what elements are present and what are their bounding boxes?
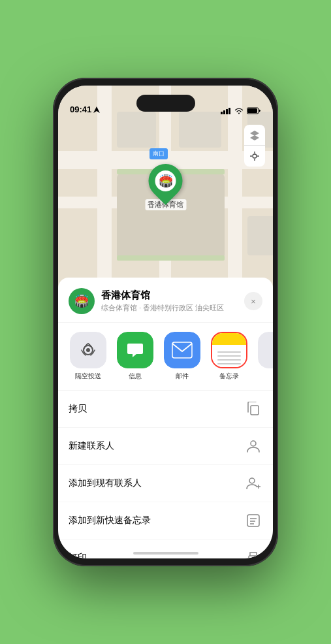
share-app-mail[interactable]: 邮件: [159, 332, 206, 381]
more-icon-wrap: [258, 332, 273, 368]
bottom-sheet: 🏟️ 香港体育馆 综合体育馆 · 香港特别行政区 油尖旺区 ×: [58, 278, 273, 558]
action-add-contact-label: 添加到现有联系人: [69, 477, 142, 489]
svg-point-13: [86, 348, 90, 352]
svg-rect-6: [223, 110, 225, 114]
svg-point-16: [251, 441, 256, 446]
notes-label: 备忘录: [219, 372, 239, 381]
svg-rect-11: [247, 108, 257, 113]
svg-point-0: [253, 154, 257, 158]
close-button[interactable]: ×: [244, 292, 262, 310]
location-info: 香港体育馆 综合体育馆 · 香港特别行政区 油尖旺区: [101, 289, 244, 313]
status-time: 09:41: [70, 105, 100, 114]
svg-rect-5: [221, 112, 223, 114]
action-copy[interactable]: 拷贝: [58, 391, 273, 428]
map-layer-button[interactable]: [244, 125, 265, 146]
action-list: 拷贝 新建联系人: [58, 391, 273, 558]
action-copy-label: 拷贝: [69, 403, 87, 415]
svg-point-17: [249, 478, 255, 483]
phone-screen: 南口 🏟️ 香港体育馆: [58, 86, 273, 558]
phone-frame: 南口 🏟️ 香港体育馆: [53, 78, 278, 566]
svg-rect-20: [247, 515, 259, 526]
notes-icon: [212, 332, 246, 368]
svg-rect-7: [226, 109, 228, 114]
airdrop-svg: [78, 340, 98, 360]
notes-lines: [217, 351, 241, 364]
battery-icon: [247, 107, 261, 114]
airdrop-label: 隔空投送: [75, 372, 101, 381]
dynamic-island: [136, 95, 195, 112]
stadium-icon: 🏟️: [159, 174, 173, 188]
mail-label: 邮件: [176, 372, 189, 381]
action-new-contact[interactable]: 新建联系人: [58, 428, 273, 465]
svg-rect-15: [251, 406, 259, 415]
action-quick-note-label: 添加到新快速备忘录: [69, 515, 151, 526]
person-add-icon: [244, 474, 262, 492]
share-app-notes[interactable]: 备忘录: [206, 332, 253, 381]
location-subtitle: 综合体育馆 · 香港特别行政区 油尖旺区: [101, 303, 244, 313]
messages-icon: [117, 332, 153, 368]
time-display: 09:41: [70, 105, 91, 114]
status-icons: [221, 107, 261, 114]
action-new-contact-label: 新建联系人: [69, 440, 114, 452]
location-venue-icon: 🏟️: [69, 288, 95, 314]
notes-icon-wrap: [211, 332, 247, 368]
messages-icon-wrap: [117, 332, 153, 368]
action-add-contact[interactable]: 添加到现有联系人: [58, 465, 273, 502]
home-indicator: [133, 552, 198, 555]
mail-icon: [164, 332, 200, 368]
share-apps-row: 隔空投送 信息: [58, 323, 273, 391]
person-icon: [244, 437, 262, 455]
map-controls: [244, 125, 265, 167]
signal-icon: [221, 108, 231, 114]
location-arrow-icon: [93, 106, 100, 113]
share-app-more[interactable]: 提: [253, 332, 273, 381]
map-exit-label: 南口: [150, 148, 168, 159]
svg-rect-24: [249, 556, 258, 558]
mail-svg: [171, 341, 193, 359]
share-app-airdrop[interactable]: 隔空投送: [65, 332, 112, 381]
messages-label: 信息: [129, 372, 142, 381]
airdrop-icon: [70, 332, 106, 368]
map-location-button[interactable]: [244, 146, 265, 167]
svg-rect-8: [229, 108, 230, 114]
messages-svg: [125, 340, 146, 361]
wifi-icon: [234, 108, 244, 114]
stadium-marker: 🏟️ 香港体育馆: [145, 164, 186, 210]
share-app-messages[interactable]: 信息: [112, 332, 159, 381]
copy-icon: [244, 400, 262, 418]
location-name: 香港体育馆: [101, 289, 244, 302]
action-print[interactable]: 打印: [58, 539, 273, 558]
action-print-label: 打印: [69, 552, 87, 558]
svg-rect-14: [172, 342, 192, 358]
svg-point-9: [238, 112, 240, 114]
mail-icon-wrap: [164, 332, 200, 368]
location-header: 🏟️ 香港体育馆 综合体育馆 · 香港特别行政区 油尖旺区 ×: [58, 278, 273, 323]
more-icon: [258, 332, 273, 368]
action-quick-note[interactable]: 添加到新快速备忘录: [58, 502, 273, 539]
quick-note-icon: [244, 511, 262, 530]
printer-icon: [244, 549, 262, 558]
airdrop-icon-wrap: [70, 332, 106, 368]
